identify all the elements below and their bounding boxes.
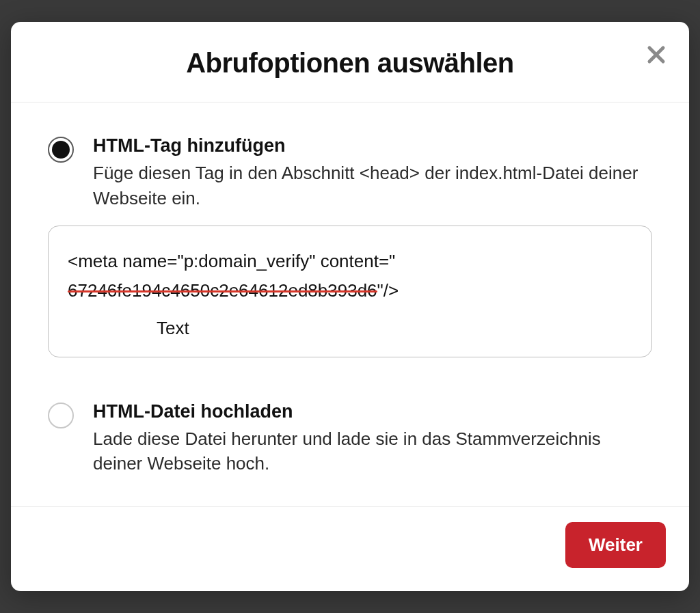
option-html-file[interactable]: HTML-Datei hochladen Lade diese Datei he… — [48, 401, 652, 476]
radio-html-file[interactable] — [48, 403, 74, 428]
option-html-tag[interactable]: HTML-Tag hinzufügen Füge diesen Tag in d… — [48, 135, 652, 357]
code-suffix: "/> — [377, 280, 399, 301]
modal-footer: Weiter — [11, 506, 689, 591]
modal-title: Abrufoptionen auswählen — [27, 48, 673, 79]
code-annotation: Text — [157, 314, 632, 343]
modal-header: Abrufoptionen auswählen — [11, 22, 689, 103]
option-content: HTML-Datei hochladen Lade diese Datei he… — [93, 401, 652, 476]
next-button[interactable]: Weiter — [565, 522, 666, 568]
option-desc-html-file: Lade diese Datei herunter und lade sie i… — [93, 426, 652, 476]
option-content: HTML-Tag hinzufügen Füge diesen Tag in d… — [93, 135, 652, 357]
code-box-meta-tag[interactable]: <meta name="p:domain_verify" content="67… — [48, 226, 652, 357]
code-prefix: <meta name="p:domain_verify" content=" — [68, 251, 395, 271]
close-icon — [646, 44, 667, 65]
radio-html-tag[interactable] — [48, 137, 74, 163]
modal-dialog: Abrufoptionen auswählen HTML-Tag hinzufü… — [11, 22, 689, 590]
modal-body: HTML-Tag hinzufügen Füge diesen Tag in d… — [11, 103, 689, 506]
option-title-html-file: HTML-Datei hochladen — [93, 401, 652, 422]
option-desc-html-tag: Füge diesen Tag in den Abschnitt <head> … — [93, 161, 652, 210]
option-title-html-tag: HTML-Tag hinzufügen — [93, 135, 652, 156]
code-redacted-value: 67246fe194c4650c2e64612ed8b393d6 — [68, 276, 377, 305]
